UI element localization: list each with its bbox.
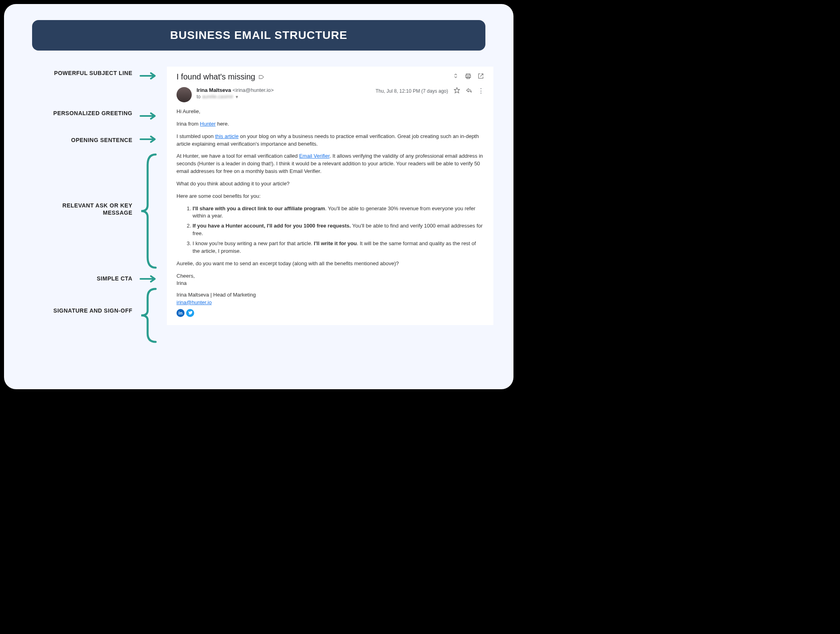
hunter-link[interactable]: Hunter — [200, 121, 216, 127]
label-signature: SIGNATURE AND SIGN-OFF — [32, 307, 132, 315]
print-icon[interactable] — [465, 73, 471, 81]
ask-paragraph-2: What do you think about adding it to you… — [177, 180, 484, 188]
email-header: Irina Maltseva <irina@hunter.io> to aure… — [177, 87, 484, 102]
reply-icon[interactable] — [466, 87, 472, 95]
arrow-icon — [140, 135, 157, 144]
label-cta: SIMPLE CTA — [32, 275, 132, 282]
label-greeting: PERSONALIZED GREETING — [32, 110, 132, 117]
expand-icon[interactable] — [453, 73, 459, 81]
list-item: I know you're busy writing a new part fo… — [193, 240, 484, 255]
benefits-list: I'll share with you a direct link to our… — [193, 205, 484, 255]
bracket-icon — [140, 287, 157, 343]
email-date: Thu, Jul 8, 12:10 PM (7 days ago) — [375, 88, 448, 94]
text: Irina — [177, 280, 187, 286]
email-body: Hi Aurelie, Irina from Hunter here. I st… — [177, 108, 484, 317]
email-subject: I found what's missing — [177, 72, 255, 81]
ask-paragraph-3: Here are some cool benefits for you: — [177, 193, 484, 200]
arrow-icon — [140, 71, 157, 80]
to-line: to aurelie.casimir ▼ — [197, 94, 371, 100]
sig-email-link[interactable]: irina@hunter.io — [177, 299, 212, 305]
sig-title: Irina Maltseva | Head of Marketing — [177, 292, 256, 298]
content-row: POWERFUL SUBJECT LINE PERSONALIZED GREET… — [24, 67, 493, 325]
intro-line: Irina from Hunter here. — [177, 120, 484, 128]
greeting-line: Hi Aurelie, — [177, 108, 484, 116]
subject-row: I found what's missing — [177, 72, 484, 81]
label-opening: OPENING SENTENCE — [32, 137, 132, 144]
infographic-card: BUSINESS EMAIL STRUCTURE POWERFUL SUBJEC… — [4, 4, 513, 389]
sender-name: Irina Maltseva — [197, 87, 231, 93]
list-item: If you have a Hunter account, I'll add f… — [193, 222, 484, 238]
to-recipient: aurelie.casimir — [202, 94, 233, 100]
ask-paragraph-1: At Hunter, we have a tool for email veri… — [177, 152, 484, 175]
more-icon[interactable]: ⋮ — [478, 87, 484, 95]
email-preview: I found what's missing Irina Maltseva — [167, 67, 493, 325]
linkedin-icon[interactable]: in — [177, 309, 185, 317]
opening-sentence: I stumbled upon this article on your blo… — [177, 133, 484, 148]
text: I stumbled upon — [177, 133, 215, 139]
text-bold: If you have a Hunter account, I'll add f… — [193, 223, 351, 229]
svg-rect-1 — [466, 75, 471, 77]
text: Irina from — [177, 121, 200, 127]
arrow-icon — [140, 274, 157, 283]
signoff: Cheers, Irina — [177, 272, 484, 288]
label-tag-icon — [258, 74, 265, 80]
signature-block: Irina Maltseva | Head of Marketing irina… — [177, 291, 484, 307]
arrow-icon — [140, 112, 157, 120]
text-bold: I'll share with you a direct link to our… — [193, 205, 325, 211]
email-meta: Thu, Jul 8, 12:10 PM (7 days ago) ⋮ — [375, 87, 484, 95]
avatar — [177, 87, 192, 102]
bracket-icon — [140, 153, 157, 269]
verifier-link[interactable]: Email Verifier — [299, 153, 330, 159]
cta-line: Aurelie, do you want me to send an excer… — [177, 260, 484, 268]
list-item: I'll share with you a direct link to our… — [193, 205, 484, 220]
label-subject: POWERFUL SUBJECT LINE — [32, 70, 132, 77]
chevron-down-icon[interactable]: ▼ — [235, 95, 239, 99]
svg-marker-3 — [454, 87, 459, 93]
text: At Hunter, we have a tool for email veri… — [177, 153, 299, 159]
twitter-icon[interactable] — [186, 309, 194, 317]
text-bold: I'll write it for you — [314, 240, 357, 246]
text: Cheers, — [177, 273, 195, 279]
sender-email: <irina@hunter.io> — [233, 87, 274, 93]
popout-icon[interactable] — [478, 73, 484, 81]
text: here. — [216, 121, 229, 127]
social-icons: in — [177, 309, 484, 317]
text: I know you're busy writing a new part fo… — [193, 240, 314, 246]
to-prefix: to — [197, 94, 201, 100]
title-bar: BUSINESS EMAIL STRUCTURE — [32, 20, 485, 51]
subject-actions — [453, 73, 484, 81]
star-icon[interactable] — [454, 87, 460, 95]
label-ask: RELEVANT ASK OR KEY MESSAGE — [32, 202, 132, 216]
article-link[interactable]: this article — [215, 133, 239, 139]
